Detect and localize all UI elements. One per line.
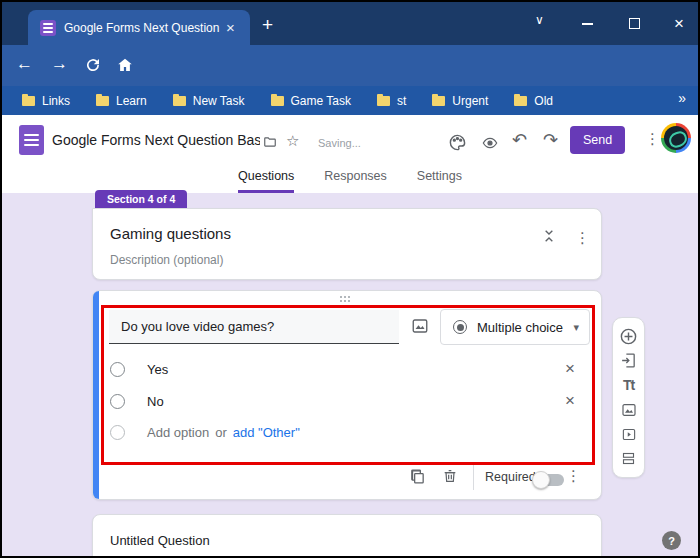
bookmark-label: Urgent [452, 94, 488, 108]
folder-icon [432, 96, 445, 106]
question-type-dropdown[interactable]: Multiple choice ▾ [440, 309, 590, 345]
home-icon[interactable] [116, 56, 134, 74]
remove-option-icon[interactable]: × [565, 359, 575, 379]
option-label[interactable]: No [147, 394, 164, 409]
bookmark-urgent[interactable]: Urgent [432, 94, 488, 108]
folder-icon [271, 96, 284, 106]
forward-icon[interactable]: → [51, 54, 68, 74]
collapse-section-icon[interactable] [541, 227, 557, 245]
bookmarks-bar: Links Learn New Task Game Task st Urgent… [2, 86, 698, 115]
section-title[interactable]: Gaming questions [110, 225, 231, 242]
required-toggle[interactable] [534, 474, 564, 486]
question-card[interactable]: Do you love video games? Multiple choice… [92, 290, 602, 500]
or-label: or [215, 425, 227, 440]
bookmark-label: Game Task [291, 94, 351, 108]
add-other-link[interactable]: add "Other" [233, 425, 300, 440]
titlebar: Google Forms Next Question Bas × + ∨ × [2, 2, 698, 45]
bookmark-old[interactable]: Old [514, 94, 553, 108]
section-overflow-icon[interactable]: ⋮ [575, 229, 590, 247]
bookmark-label: Old [534, 94, 553, 108]
back-icon[interactable]: ← [16, 54, 33, 74]
delete-icon[interactable] [442, 467, 458, 485]
forms-favicon-icon [40, 20, 56, 36]
import-questions-icon[interactable] [619, 351, 639, 371]
form-title[interactable]: Google Forms Next Question Based or [52, 132, 260, 148]
drag-handle[interactable] [340, 296, 350, 302]
folder-icon [173, 96, 186, 106]
account-avatar[interactable] [661, 123, 691, 153]
saving-status: Saving... [318, 137, 361, 149]
redo-icon[interactable]: ↷ [543, 129, 558, 151]
add-title-icon[interactable]: Tt [619, 375, 639, 395]
minimize-button[interactable] [582, 23, 593, 25]
required-label: Required [485, 470, 536, 484]
folder-icon [96, 96, 109, 106]
duplicate-icon[interactable] [409, 468, 426, 485]
option-label[interactable]: Yes [147, 362, 168, 377]
remove-option-icon[interactable]: × [565, 391, 575, 411]
dropdown-caret-icon: ▾ [573, 321, 579, 334]
header-overflow-icon[interactable]: ⋮ [645, 130, 660, 148]
folder-icon [22, 96, 35, 106]
bookmark-label: Links [42, 94, 70, 108]
folder-icon [514, 96, 527, 106]
tab-responses[interactable]: Responses [324, 165, 387, 193]
star-form-icon[interactable]: ☆ [286, 132, 299, 150]
browser-toolbar: ← → docs.google.com/forms/d/1awON... ☆ [2, 45, 698, 86]
multiple-choice-icon [453, 320, 467, 334]
add-image-icon[interactable] [410, 317, 430, 335]
theme-palette-icon[interactable] [448, 133, 467, 152]
question-overflow-icon[interactable]: ⋮ [566, 467, 581, 485]
window-close-button[interactable]: × [674, 14, 684, 34]
tab-questions[interactable]: Questions [238, 165, 294, 193]
send-button[interactable]: Send [570, 126, 625, 154]
tab-settings[interactable]: Settings [417, 165, 462, 193]
tab-close-icon[interactable]: × [226, 19, 235, 36]
add-question-icon[interactable] [619, 326, 639, 346]
bookmark-links[interactable]: Links [22, 94, 70, 108]
help-button[interactable]: ? [662, 531, 681, 550]
undo-icon[interactable]: ↶ [512, 129, 527, 151]
browser-tab[interactable]: Google Forms Next Question Bas × [28, 10, 250, 45]
add-video-icon[interactable] [619, 424, 639, 444]
bookmark-game-task[interactable]: Game Task [271, 94, 351, 108]
radio-circle-icon [110, 394, 125, 409]
next-question-title[interactable]: Untitled Question [110, 533, 210, 548]
new-tab-button[interactable]: + [262, 14, 273, 36]
add-option-label[interactable]: Add option [147, 425, 209, 440]
bookmark-new-task[interactable]: New Task [173, 94, 245, 108]
bookmark-label: st [397, 94, 406, 108]
browser-window: Google Forms Next Question Bas × + ∨ × ←… [0, 0, 700, 558]
bookmark-st[interactable]: st [377, 94, 406, 108]
option-row-no[interactable]: No [110, 391, 164, 411]
google-forms-logo-icon[interactable] [19, 125, 44, 155]
bookmarks-overflow-icon[interactable]: » [678, 90, 686, 106]
section-description[interactable]: Description (optional) [110, 253, 223, 267]
preview-eye-icon[interactable] [480, 135, 500, 151]
question-title-input[interactable]: Do you love video games? [109, 310, 399, 344]
add-option-row[interactable]: Add option or add "Other" [110, 422, 300, 442]
radio-circle-icon [110, 425, 125, 440]
question-type-label: Multiple choice [477, 320, 573, 335]
folder-icon [377, 96, 390, 106]
option-row-yes[interactable]: Yes [110, 359, 168, 379]
section-badge: Section 4 of 4 [95, 190, 187, 208]
bookmark-label: Learn [116, 94, 147, 108]
side-toolbar: Tt [612, 317, 645, 478]
reload-icon[interactable] [84, 56, 102, 74]
tab-title: Google Forms Next Question Bas [64, 21, 222, 35]
bookmark-label: New Task [193, 94, 245, 108]
next-question-card[interactable]: Untitled Question [92, 514, 602, 558]
add-image-toolbar-icon[interactable] [619, 400, 639, 420]
footer-divider [473, 464, 474, 490]
forms-header: Google Forms Next Question Based or ☆ Sa… [2, 115, 698, 165]
window-menu-icon[interactable]: ∨ [535, 13, 544, 27]
selected-question-indicator [93, 291, 99, 499]
move-folder-icon[interactable] [262, 135, 278, 149]
bookmark-learn[interactable]: Learn [96, 94, 147, 108]
maximize-button[interactable] [629, 18, 640, 29]
add-section-icon[interactable] [619, 449, 639, 469]
section-header-card[interactable]: Gaming questions ⋮ Description (optional… [92, 208, 602, 280]
radio-circle-icon [110, 362, 125, 377]
form-nav-tabs: Questions Responses Settings [2, 165, 698, 193]
